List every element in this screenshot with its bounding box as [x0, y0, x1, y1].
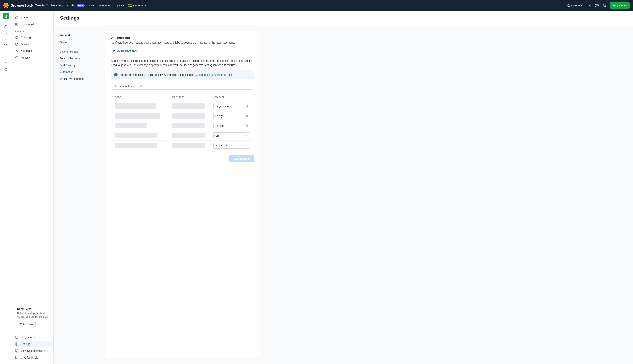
card-subtitle: Configure how you manage your automation… [111, 41, 254, 44]
rail-item-gears[interactable] [3, 48, 9, 55]
col-job-type: JOB TYPE [213, 96, 250, 98]
project-name-skeleton [172, 133, 205, 138]
sidebar: Home Dashboards All metrics Coverage Qua… [12, 11, 54, 364]
tab-azure-pipelines[interactable]: Azure Pipelines [111, 48, 138, 55]
coverage-icon [15, 36, 19, 39]
rail-separator [6, 57, 6, 58]
job-type-value: Regression [215, 104, 229, 108]
settings-nav-automation[interactable]: Automation [60, 68, 98, 75]
product-rail [0, 11, 12, 364]
buy-plan-button[interactable]: Buy a Plan [610, 2, 629, 9]
invite-team-icon [567, 4, 570, 7]
topnav-app-live[interactable]: App Live [114, 4, 124, 7]
get-demo-button[interactable]: Get a demo [17, 321, 36, 327]
save-changes-button[interactable]: Save changes [229, 155, 254, 162]
beta-badge: Beta [77, 4, 85, 7]
sidebar-item-coverage[interactable]: Coverage [13, 34, 52, 41]
project-name-skeleton [172, 104, 205, 109]
svg-rect-17 [16, 23, 17, 24]
sidebar-item-label: Integrations [21, 336, 35, 339]
select-caret-icon [246, 105, 248, 107]
settings-subnav: General Team Data configuration Defects … [60, 31, 98, 358]
select-caret-icon [246, 125, 248, 127]
brand-name: BrowserStack [11, 4, 33, 8]
products-grid-icon [128, 4, 132, 7]
topnav-automate[interactable]: Automate [98, 4, 110, 7]
accessibility-icon [4, 32, 8, 36]
settings-nav-test-coverage[interactable]: Test Coverage [60, 62, 98, 68]
account-button[interactable] [595, 4, 599, 8]
sidebar-item-dashboards[interactable]: Dashboards [13, 21, 52, 28]
job-type-value: Unit [215, 134, 220, 137]
sidebar-item-velocity[interactable]: Velocity [13, 54, 52, 61]
job-type-select[interactable]: Functional [213, 142, 250, 149]
sidebar-item-home[interactable]: Home [13, 14, 52, 21]
velocity-icon [15, 56, 19, 59]
rail-item-sheet[interactable] [3, 59, 9, 66]
screen-check-icon [4, 68, 8, 72]
puzzle-icon [15, 336, 19, 339]
svg-rect-20 [17, 24, 18, 26]
job-type-select[interactable]: Smoke [213, 123, 250, 129]
automation-settings-card: Automation Configure how you manage your… [105, 31, 260, 358]
topnav-live[interactable]: Live [89, 4, 94, 7]
card-heading: Automation [111, 36, 254, 40]
table-row: Regression [111, 101, 254, 111]
sidebar-item-label: Settings [21, 342, 30, 346]
svg-point-1 [596, 4, 597, 6]
azure-pipelines-icon [112, 49, 116, 52]
document-icon [15, 349, 19, 352]
settings-nav-team[interactable]: Team [60, 39, 98, 46]
svg-point-10 [5, 51, 6, 52]
brand-group[interactable]: BrowserStack [4, 3, 33, 8]
sidebar-item-quality[interactable]: Quality [13, 41, 52, 48]
select-caret-icon [246, 134, 248, 137]
settings-nav-project-management[interactable]: Project Management [60, 75, 98, 82]
sidebar-item-integrations[interactable]: Integrations [13, 334, 52, 341]
info-icon: i [114, 73, 118, 76]
job-type-select[interactable]: Sanity [213, 113, 250, 119]
search-button[interactable] [602, 4, 606, 8]
page-title: Settings [60, 15, 626, 21]
select-caret-icon [246, 144, 248, 146]
automation-icon [15, 49, 19, 52]
rail-item-screen[interactable] [3, 66, 9, 73]
job-type-select[interactable]: Unit [213, 132, 250, 139]
svg-rect-6 [5, 26, 7, 28]
search-jobs-input[interactable] [117, 84, 252, 88]
svg-point-29 [114, 85, 116, 87]
job-type-value: Smoke [215, 124, 224, 127]
sidebar-section-label: All metrics [13, 28, 52, 34]
settings-nav-group-label: Data configuration [60, 50, 98, 53]
rail-separator [6, 21, 6, 22]
svg-rect-16 [5, 68, 7, 70]
topnav-products-label: Products [133, 4, 143, 7]
settings-nav-defects[interactable]: Defects Tracking [60, 55, 98, 62]
svg-point-11 [6, 52, 7, 53]
gear-icon [15, 342, 19, 346]
rail-separator [6, 39, 6, 40]
search-jobs-wrapper[interactable] [111, 82, 254, 90]
rail-item-devices[interactable] [3, 42, 9, 48]
sidebar-item-settings[interactable]: Settings [13, 341, 52, 348]
info-banner-link[interactable]: Guide to setup Azure Pipelines [196, 73, 232, 76]
feedback-icon [15, 356, 19, 359]
settings-nav-general[interactable]: General [60, 32, 98, 39]
job-name-skeleton [115, 104, 156, 109]
integration-tabs: Azure Pipelines [111, 48, 254, 55]
invite-team-button[interactable]: Invite team [567, 4, 584, 7]
svg-rect-19 [16, 24, 17, 26]
svg-line-3 [605, 6, 606, 7]
rail-item-accessibility[interactable] [3, 31, 9, 37]
rail-item-mobile[interactable] [3, 13, 9, 19]
sidebar-item-feedback[interactable]: Give feedback [13, 354, 52, 361]
sheet-icon [4, 61, 8, 64]
rail-item-dashboard[interactable] [3, 24, 9, 30]
job-type-select[interactable]: Regression [213, 103, 250, 109]
sidebar-item-docs[interactable]: View Documentation [13, 348, 52, 354]
project-name-skeleton [172, 114, 205, 119]
sidebar-item-automation[interactable]: Automation [13, 48, 52, 54]
briefcase-icon [4, 25, 8, 28]
help-button[interactable]: ? [587, 4, 591, 8]
topnav-products[interactable]: Products [128, 4, 147, 7]
